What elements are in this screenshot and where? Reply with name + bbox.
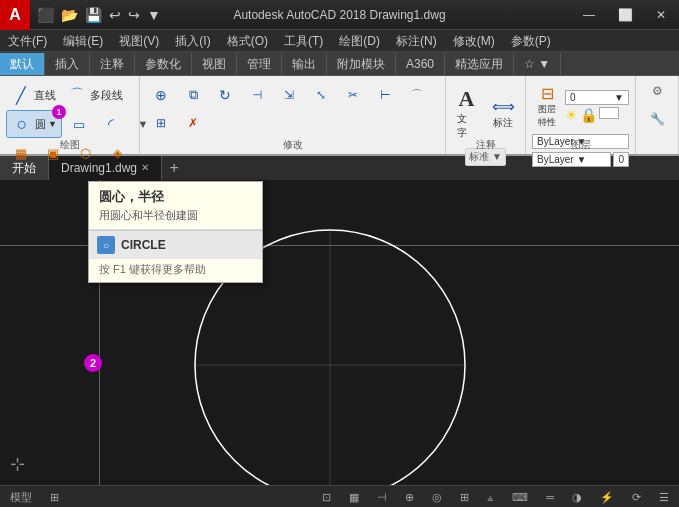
qa-undo[interactable]: ↩ — [107, 7, 123, 23]
status-osnap[interactable]: ◎ — [427, 486, 447, 508]
trim-tool[interactable]: ✂ — [338, 82, 368, 108]
move-tool[interactable]: ⊕ — [146, 82, 176, 108]
text-tool[interactable]: A 文字 — [451, 82, 482, 144]
layers-icon: ⊟ — [541, 84, 554, 103]
array-icon: ⊞ — [150, 112, 172, 134]
tooltip-command-icon: ○ — [97, 236, 115, 254]
status-grid[interactable]: ▦ — [344, 486, 364, 508]
hatch-tool[interactable]: ▦ — [6, 140, 36, 166]
marker-2: 2 — [84, 354, 102, 372]
extend-icon: ⊢ — [374, 84, 396, 106]
close-tab-icon[interactable]: ✕ — [141, 156, 149, 180]
qa-dropdown[interactable]: ▼ — [145, 7, 163, 23]
rotate-icon: ↻ — [214, 84, 236, 106]
menu-dim[interactable]: 标注(N) — [388, 30, 445, 52]
menu-tools[interactable]: 工具(T) — [276, 30, 331, 52]
extra-tool-2[interactable]: 🔧 — [642, 106, 672, 132]
status-settings[interactable]: ☰ — [654, 486, 674, 508]
menu-insert[interactable]: 插入(I) — [167, 30, 218, 52]
erase-tool[interactable]: ✗ — [178, 110, 208, 136]
qa-open[interactable]: 📂 — [59, 7, 80, 23]
minimize-button[interactable]: — — [571, 0, 607, 30]
stretch-tool[interactable]: ⤡ — [306, 82, 336, 108]
dim-tool[interactable]: ⟺ 标注 — [486, 93, 520, 134]
status-lweight[interactable]: ═ — [541, 486, 559, 508]
ribbon-tab-view[interactable]: 视图 — [192, 53, 237, 75]
close-button[interactable]: ✕ — [643, 0, 679, 30]
line-tool-button[interactable]: ╱ 直线 — [6, 82, 60, 108]
annotation-group-title: 注释 — [476, 138, 496, 152]
ribbon-tab-manage[interactable]: 管理 — [237, 53, 282, 75]
circle-dropdown-arrow[interactable]: ▼ — [48, 119, 57, 129]
maximize-button[interactable]: ⬜ — [607, 0, 643, 30]
status-snap[interactable]: ⊡ — [317, 486, 336, 508]
status-ortho[interactable]: ⊣ — [372, 486, 392, 508]
rect-tool-button[interactable]: ▭ — [64, 111, 94, 137]
line-label: 直线 — [34, 88, 56, 103]
menu-edit[interactable]: 编辑(E) — [55, 30, 111, 52]
menu-view[interactable]: 视图(V) — [111, 30, 167, 52]
layer-sun-icon[interactable]: ☀ — [565, 107, 578, 123]
menu-modify[interactable]: 修改(M) — [445, 30, 503, 52]
ribbon-tab-param[interactable]: 参数化 — [135, 53, 192, 75]
ribbon-tab-star[interactable]: ☆ ▼ — [514, 53, 561, 75]
ribbon-tab-featured[interactable]: 精选应用 — [445, 53, 514, 75]
status-qprops[interactable]: ⚡ — [595, 486, 619, 508]
menu-param[interactable]: 参数(P) — [503, 30, 559, 52]
status-dynin[interactable]: ⌨ — [507, 486, 533, 508]
ribbon-tab-output[interactable]: 输出 — [282, 53, 327, 75]
qa-redo[interactable]: ↪ — [126, 7, 142, 23]
qa-new[interactable]: ⬛ — [35, 7, 56, 23]
ribbon-tabs: 默认 插入 注释 参数化 视图 管理 输出 附加模块 A360 精选应用 ☆ ▼ — [0, 52, 679, 76]
status-model[interactable]: 模型 — [5, 486, 37, 508]
ribbon-tab-addons[interactable]: 附加模块 — [327, 53, 396, 75]
layers-group-title: 图层 — [571, 138, 591, 152]
extra-tool-1[interactable]: ⚙ — [642, 78, 672, 104]
ribbon-tab-insert[interactable]: 插入 — [45, 53, 90, 75]
tooltip-header: 圆心，半径 用圆心和半径创建圆 — [89, 182, 262, 230]
tooltip-command-row: ○ CIRCLE — [89, 230, 262, 259]
ribbon-tab-default[interactable]: 默认 — [0, 53, 45, 75]
fillet-tool[interactable]: ⌒ — [402, 82, 432, 108]
ucs-icon: ⊹ — [10, 453, 25, 475]
status-otrack[interactable]: ⊞ — [455, 486, 474, 508]
lineweight-dropdown[interactable]: ByLayer ▼ — [532, 152, 611, 167]
rotate-tool[interactable]: ↻ — [210, 82, 240, 108]
marker-1: 1 — [52, 105, 66, 119]
circle-tool-button[interactable]: 1 ○ 圆 ▼ — [6, 110, 62, 138]
tooltip-popup: 圆心，半径 用圆心和半径创建圆 ○ CIRCLE 按 F1 键获得更多帮助 — [88, 181, 263, 283]
region-tool[interactable]: ◈ — [102, 140, 132, 166]
erase-icon: ✗ — [182, 112, 204, 134]
scale-icon: ⇲ — [278, 84, 300, 106]
layer-lock-icon[interactable]: 🔒 — [580, 107, 597, 123]
polyline-label: 多段线 — [90, 88, 123, 103]
extend-tool[interactable]: ⊢ — [370, 82, 400, 108]
mirror-tool[interactable]: ⊣ — [242, 82, 272, 108]
copy-tool[interactable]: ⧉ — [178, 82, 208, 108]
new-tab-button[interactable]: + — [162, 156, 186, 180]
layer-properties-tool[interactable]: ⊟ 图层特性 — [532, 82, 562, 131]
layer-color-swatch[interactable] — [599, 107, 619, 119]
status-bar: 模型 ⊞ ⊡ ▦ ⊣ ⊕ ◎ ⊞ ⟁ ⌨ ═ ◑ ⚡ ⟳ ☰ — [0, 485, 679, 507]
menu-file[interactable]: 文件(F) — [0, 30, 55, 52]
array-tool[interactable]: ⊞ — [146, 110, 176, 136]
ribbon-tab-annotate[interactable]: 注释 — [90, 53, 135, 75]
fillet-icon: ⌒ — [406, 84, 428, 106]
draw-group-title: 绘图 — [60, 138, 80, 152]
polyline-tool-button[interactable]: ⌒ 多段线 — [62, 82, 127, 108]
status-transparency[interactable]: ◑ — [567, 486, 587, 508]
arc-tool-button[interactable]: ◜ — [96, 111, 126, 137]
status-polar[interactable]: ⊕ — [400, 486, 419, 508]
ribbon-group-more: ⚙ 🔧 — [636, 76, 679, 154]
status-selcycle[interactable]: ⟳ — [627, 486, 646, 508]
layer-select-dropdown[interactable]: 0 ▼ — [565, 90, 629, 105]
ribbon-tab-a360[interactable]: A360 — [396, 53, 445, 75]
dim-label: 标注 — [493, 116, 513, 130]
status-layout[interactable]: ⊞ — [45, 486, 64, 508]
scale-tool[interactable]: ⇲ — [274, 82, 304, 108]
status-dynucs[interactable]: ⟁ — [482, 486, 499, 508]
main-layout: A ⬛ 📂 💾 ↩ ↪ ▼ Autodesk AutoCAD 2018 Draw… — [0, 0, 679, 507]
qa-save[interactable]: 💾 — [83, 7, 104, 23]
menu-draw[interactable]: 绘图(D) — [331, 30, 388, 52]
menu-format[interactable]: 格式(O) — [219, 30, 276, 52]
